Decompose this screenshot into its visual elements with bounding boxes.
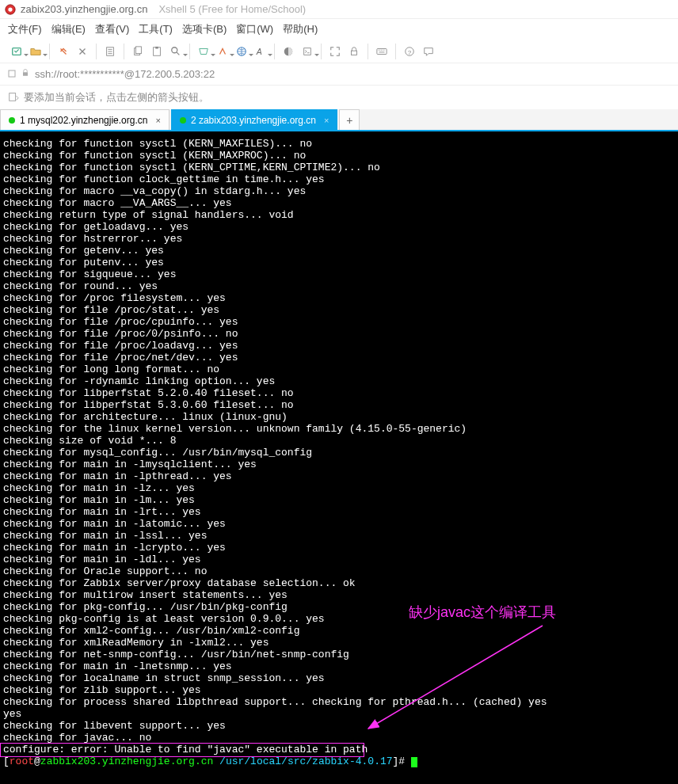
svg-rect-7 (155, 46, 158, 48)
disconnect-button[interactable] (74, 43, 91, 60)
separator (189, 44, 190, 59)
chat-button[interactable] (420, 43, 437, 60)
terminal-pane[interactable]: checking for function sysctl (KERN_MAXFI… (0, 131, 678, 784)
color-scheme-button[interactable] (280, 43, 297, 60)
window-title-app: Xshell 5 (Free for Home/School) (158, 3, 306, 15)
tab-label: 1 mysql202.yinzhengjie.org.cn (20, 115, 147, 126)
menu-tools[interactable]: 工具(T) (139, 22, 173, 36)
address-bar: ssh://root:***********@172.200.5.203:22 (0, 63, 678, 86)
close-icon[interactable]: × (324, 116, 329, 125)
separator (96, 44, 97, 59)
help-button[interactable]: ? (401, 43, 418, 60)
separator (368, 44, 368, 59)
toolbar: A ? (0, 40, 678, 63)
svg-text:A: A (256, 46, 262, 55)
new-session-button[interactable] (8, 43, 25, 60)
menu-view[interactable]: 查看(V) (95, 22, 129, 36)
find-button[interactable] (167, 43, 185, 60)
separator (321, 44, 322, 59)
paste-button[interactable] (148, 43, 166, 60)
window-title-host: zabix203.yinzhengjie.org.cn (21, 3, 147, 15)
lock-button[interactable] (345, 43, 363, 60)
language-button[interactable] (233, 43, 250, 60)
svg-rect-13 (377, 48, 387, 54)
lock-icon (21, 68, 30, 80)
font-button[interactable]: A (252, 43, 269, 60)
add-tab-button[interactable]: + (339, 109, 360, 130)
transfer-button[interactable] (195, 43, 212, 60)
svg-rect-12 (352, 51, 357, 55)
keyboard-button[interactable] (373, 43, 390, 60)
separator (49, 44, 50, 59)
xftp-button[interactable] (214, 43, 231, 60)
menu-help[interactable]: 帮助(H) (283, 22, 318, 36)
status-dot-icon (180, 117, 186, 124)
menu-file[interactable]: 文件(F) (8, 22, 42, 36)
separator (395, 44, 396, 59)
hint-bar: 要添加当前会话，点击左侧的箭头按钮。 (0, 86, 678, 109)
reconnect-button[interactable] (55, 43, 72, 60)
address-url[interactable]: ssh://root:***********@172.200.5.203:22 (35, 68, 215, 80)
svg-rect-5 (135, 46, 141, 53)
tab-bar: 1 mysql202.yinzhengjie.org.cn × 2 zabix2… (0, 109, 678, 131)
add-session-icon[interactable] (8, 91, 19, 105)
close-icon[interactable]: × (155, 116, 160, 125)
hint-text: 要添加当前会话，点击左侧的箭头按钮。 (24, 90, 209, 105)
menu-tabs[interactable]: 选项卡(B) (182, 22, 227, 36)
open-session-button[interactable] (27, 43, 44, 60)
svg-point-8 (172, 47, 177, 52)
menu-bar: 文件(F) 编辑(E) 查看(V) 工具(T) 选项卡(B) 窗口(W) 帮助(… (0, 19, 678, 40)
properties-button[interactable] (101, 43, 119, 60)
menu-window[interactable]: 窗口(W) (236, 22, 273, 36)
copy-button[interactable] (129, 43, 147, 60)
svg-text:?: ? (408, 48, 412, 55)
tab-label: 2 zabix203.yinzhengjie.org.cn (191, 115, 316, 126)
title-bar: zabix203.yinzhengjie.org.cn Xshell 5 (Fr… (0, 0, 678, 19)
menu-edit[interactable]: 编辑(E) (51, 22, 86, 36)
svg-rect-18 (10, 93, 16, 101)
address-dropdown-icon[interactable] (8, 68, 16, 80)
svg-point-1 (8, 7, 12, 11)
svg-line-19 (368, 626, 543, 729)
status-dot-icon (9, 117, 15, 124)
script-button[interactable] (299, 43, 316, 60)
annotation-text: 缺少javac这个编译工具 (409, 603, 556, 622)
terminal-output: checking for function sysctl (KERN_MAXFI… (3, 138, 675, 755)
app-icon (5, 4, 16, 15)
svg-rect-16 (9, 70, 15, 77)
tab-session-2[interactable]: 2 zabix203.yinzhengjie.org.cn × (171, 109, 338, 130)
separator (274, 44, 275, 59)
separator (124, 44, 124, 59)
terminal-prompt: [root@zabbix203.yinzhengjie.org.cn /usr/… (3, 755, 417, 767)
fullscreen-button[interactable] (326, 43, 344, 60)
tab-session-1[interactable]: 1 mysql202.yinzhengjie.org.cn × (0, 109, 170, 130)
annotation-arrow (356, 622, 562, 740)
svg-rect-17 (23, 72, 28, 76)
